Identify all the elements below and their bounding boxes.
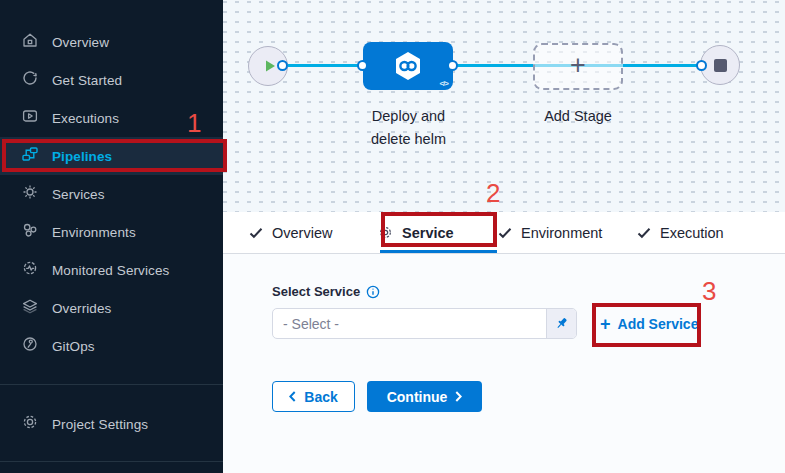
tab-label: Environment: [521, 225, 602, 241]
tab-execution[interactable]: Execution: [637, 212, 724, 253]
add-service-label: Add Service: [618, 316, 699, 332]
gitops-icon: [21, 335, 39, 357]
pipeline-canvas: </> Deploy and delete helm + Add Stage: [223, 0, 785, 212]
select-service-input[interactable]: [273, 309, 546, 338]
annotation-number-3: 3: [702, 278, 716, 304]
connector-dot: [447, 60, 458, 71]
tab-label: Overview: [272, 225, 332, 241]
stage-config-tabbar: Overview Service Environment Execution: [223, 212, 785, 254]
add-service-button[interactable]: + Add Service: [600, 308, 698, 339]
sidebar-item-monitored-services[interactable]: Monitored Services: [0, 251, 223, 289]
sidebar-item-label: Services: [52, 187, 105, 202]
sidebar-item-label: GitOps: [52, 339, 95, 354]
check-icon: [637, 227, 651, 239]
stop-icon: [714, 59, 727, 72]
annotation-number-1: 1: [187, 110, 201, 136]
plus-icon: +: [570, 52, 586, 79]
sidebar-item-label: Project Settings: [52, 417, 148, 432]
sidebar-item-services[interactable]: Services: [0, 175, 223, 213]
services-gear-icon: [21, 183, 39, 205]
connector-dot: [357, 60, 368, 71]
sidebar-item-gitops[interactable]: GitOps: [0, 327, 223, 365]
gear-icon: [378, 225, 393, 240]
add-stage-label: Add Stage: [533, 105, 623, 128]
play-box-icon: [21, 107, 39, 129]
cd-hexagon-icon: [391, 49, 425, 83]
sidebar-item-label: Executions: [52, 111, 119, 126]
sidebar-divider: [0, 384, 223, 385]
check-icon: [498, 227, 512, 239]
back-button[interactable]: Back: [272, 381, 355, 412]
gear-icon: [21, 413, 39, 435]
active-tab-underline: [380, 250, 497, 253]
monitored-services-icon: [21, 259, 39, 281]
sidebar-item-pipelines[interactable]: Pipelines: [0, 137, 223, 175]
play-icon: [263, 59, 277, 73]
chevron-left-icon: [289, 391, 296, 402]
sidebar: Overview Get Started Executions: [0, 0, 223, 473]
restart-icon: [21, 69, 39, 91]
sidebar-item-get-started[interactable]: Get Started: [0, 61, 223, 99]
tab-service[interactable]: Service: [378, 212, 454, 253]
check-icon: [249, 227, 263, 239]
connector-dot: [696, 60, 707, 71]
sidebar-item-label: Overview: [52, 35, 109, 50]
sidebar-item-label: Environments: [52, 225, 136, 240]
sidebar-item-overview[interactable]: Overview: [0, 23, 223, 61]
plus-icon: +: [600, 315, 611, 333]
sidebar-item-label: Get Started: [52, 73, 122, 88]
pipeline-connector-line: [283, 64, 703, 67]
continue-button[interactable]: Continue: [367, 381, 482, 412]
chevron-right-icon: [455, 391, 462, 402]
sidebar-item-project-settings[interactable]: Project Settings: [0, 405, 223, 443]
environments-icon: [21, 221, 39, 243]
tab-label: Service: [402, 225, 454, 241]
stage-deploy-and-delete-helm[interactable]: </>: [363, 42, 453, 90]
pipeline-icon: [21, 145, 39, 167]
info-icon[interactable]: [366, 285, 380, 299]
sidebar-item-label: Monitored Services: [52, 263, 169, 278]
tab-label: Execution: [660, 225, 724, 241]
connector-dot: [277, 60, 288, 71]
back-label: Back: [304, 389, 337, 405]
sidebar-item-overrides[interactable]: Overrides: [0, 289, 223, 327]
sidebar-divider: [0, 461, 223, 462]
sidebar-item-environments[interactable]: Environments: [0, 213, 223, 251]
home-icon: [21, 31, 39, 53]
code-icon: </>: [439, 79, 448, 88]
sidebar-item-label: Overrides: [52, 301, 111, 316]
app-window: Overview Get Started Executions: [0, 0, 785, 473]
select-service-label: Select Service: [272, 284, 360, 299]
layers-icon: [21, 297, 39, 319]
add-stage-button[interactable]: +: [533, 43, 623, 90]
stage-label: Deploy and delete helm: [351, 105, 466, 151]
tab-environment[interactable]: Environment: [498, 212, 602, 253]
pin-button[interactable]: [546, 309, 576, 338]
select-service-dropdown: [272, 308, 577, 339]
sidebar-item-label: Pipelines: [52, 149, 112, 164]
service-tab-panel: Select Service: [223, 254, 785, 473]
continue-label: Continue: [387, 389, 448, 405]
tab-overview[interactable]: Overview: [249, 212, 332, 253]
annotation-number-2: 2: [486, 180, 500, 206]
